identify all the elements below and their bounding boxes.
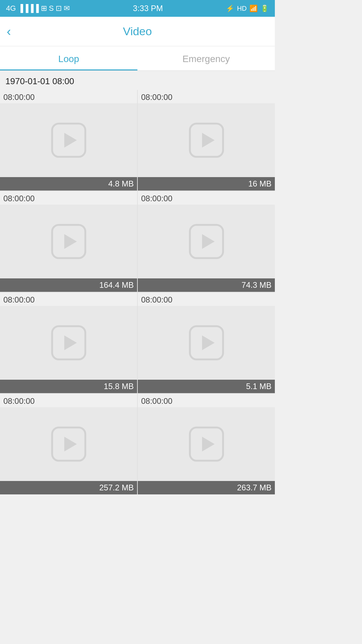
video-thumbnail xyxy=(138,306,275,380)
svg-marker-15 xyxy=(202,437,214,451)
play-icon xyxy=(50,324,87,361)
video-size: 16 MB xyxy=(138,177,275,191)
video-timestamp: 08:00:00 xyxy=(138,191,275,205)
status-right: ⚡ HD 📶 🔋 xyxy=(226,4,269,12)
svg-marker-3 xyxy=(202,133,214,148)
tab-emergency[interactable]: Emergency xyxy=(137,46,275,70)
video-item[interactable]: 08:00:00 4.8 MB xyxy=(0,90,137,191)
status-time: 3:33 PM xyxy=(133,4,163,13)
signal-bars-icon: ▐▐▐▐ xyxy=(18,4,39,13)
signal-text: 4G xyxy=(6,4,16,13)
video-size: 4.8 MB xyxy=(0,177,137,191)
video-item[interactable]: 08:00:00 74.3 MB xyxy=(138,191,275,292)
video-size: 74.3 MB xyxy=(138,278,275,292)
play-icon xyxy=(188,122,225,159)
date-header: 1970-01-01 08:00 xyxy=(0,71,275,90)
tab-bar: Loop Emergency xyxy=(0,46,275,71)
svg-marker-9 xyxy=(64,335,76,350)
svg-marker-13 xyxy=(64,437,76,451)
status-bar: 4G ▐▐▐▐ ⊞ S ⊡ ✉ 3:33 PM ⚡ HD 📶 🔋 xyxy=(0,0,275,17)
video-size: 5.1 MB xyxy=(138,380,275,393)
battery-icon: 🔋 xyxy=(260,4,269,12)
message-icon: ⊡ xyxy=(56,4,62,13)
video-timestamp: 08:00:00 xyxy=(138,394,275,407)
sim-icon: S xyxy=(49,4,54,13)
play-icon xyxy=(188,324,225,361)
video-thumbnail xyxy=(138,407,275,481)
back-button[interactable]: ‹ xyxy=(7,25,11,38)
charging-icon: ⚡ xyxy=(226,4,234,12)
video-item[interactable]: 08:00:00 5.1 MB xyxy=(138,292,275,393)
video-item[interactable]: 08:00:00 257.2 MB xyxy=(0,394,137,494)
video-thumbnail xyxy=(138,205,275,278)
status-left: 4G ▐▐▐▐ ⊞ S ⊡ ✉ xyxy=(6,4,70,13)
svg-marker-7 xyxy=(202,234,214,249)
video-timestamp: 08:00:00 xyxy=(0,292,137,306)
play-icon xyxy=(50,223,87,260)
page-header: ‹ Video xyxy=(0,17,275,46)
svg-marker-5 xyxy=(64,234,76,249)
video-timestamp: 08:00:00 xyxy=(138,292,275,306)
video-item[interactable]: 08:00:00 164.4 MB xyxy=(0,191,137,292)
play-icon xyxy=(50,426,87,463)
video-thumbnail xyxy=(138,103,275,177)
hd-label: HD xyxy=(237,5,247,12)
video-size: 257.2 MB xyxy=(0,481,137,494)
email-icon: ✉ xyxy=(64,4,70,13)
video-size: 15.8 MB xyxy=(0,380,137,393)
page-title: Video xyxy=(123,25,152,38)
video-thumbnail xyxy=(0,407,137,481)
video-thumbnail xyxy=(0,205,137,278)
play-icon xyxy=(188,426,225,463)
svg-marker-11 xyxy=(202,335,214,350)
video-timestamp: 08:00:00 xyxy=(138,90,275,103)
video-timestamp: 08:00:00 xyxy=(0,394,137,407)
video-grid: 08:00:00 4.8 MB 08:00:00 xyxy=(0,90,275,494)
play-icon xyxy=(50,122,87,159)
video-thumbnail xyxy=(0,103,137,177)
video-item[interactable]: 08:00:00 16 MB xyxy=(138,90,275,191)
play-icon xyxy=(188,223,225,260)
video-timestamp: 08:00:00 xyxy=(0,90,137,103)
svg-marker-1 xyxy=(64,133,76,148)
video-item[interactable]: 08:00:00 15.8 MB xyxy=(0,292,137,393)
video-timestamp: 08:00:00 xyxy=(0,191,137,205)
wechat-icon: ⊞ xyxy=(41,4,47,13)
video-size: 263.7 MB xyxy=(138,481,275,494)
video-item[interactable]: 08:00:00 263.7 MB xyxy=(138,394,275,494)
tab-loop[interactable]: Loop xyxy=(0,46,137,70)
video-size: 164.4 MB xyxy=(0,278,137,292)
wifi-icon: 📶 xyxy=(249,4,258,12)
video-thumbnail xyxy=(0,306,137,380)
